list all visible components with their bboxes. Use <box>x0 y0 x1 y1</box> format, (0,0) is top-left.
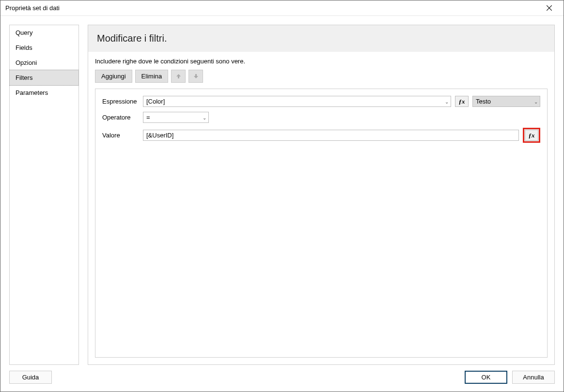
page-title: Modificare i filtri. <box>88 25 554 52</box>
ok-button[interactable]: OK <box>465 371 507 384</box>
instruction-text: Includere righe dove le condizioni segue… <box>95 58 548 65</box>
expression-row: Espressione [Color] ⌄ ƒx Testo ⌄ <box>102 96 540 107</box>
arrow-down-icon <box>193 74 199 79</box>
delete-button[interactable]: Elimina <box>135 70 169 83</box>
main-panel: Modificare i filtri. Includere righe dov… <box>88 25 555 365</box>
expression-value: [Color] <box>146 98 165 105</box>
value-row: Valore [&UserID] ƒx <box>102 128 540 143</box>
filter-definition-box: Espressione [Color] ⌄ ƒx Testo ⌄ <box>95 89 548 358</box>
expression-combo[interactable]: [Color] ⌄ <box>143 96 451 107</box>
sidebar-item-filters[interactable]: Filters <box>9 70 79 86</box>
filter-toolbar: Aggiungi Elimina <box>95 70 548 83</box>
type-value: Testo <box>476 98 491 105</box>
value-label: Valore <box>102 132 139 139</box>
operator-row: Operatore = ⌄ <box>102 112 540 123</box>
arrow-up-icon <box>176 74 181 79</box>
chevron-down-icon: ⌄ <box>203 115 206 120</box>
operator-label: Operatore <box>102 114 139 121</box>
dialog-footer: Guida OK Annulla <box>0 365 564 392</box>
type-combo[interactable]: Testo ⌄ <box>472 96 540 107</box>
move-down-button[interactable] <box>188 70 203 83</box>
dialog-body: Query Fields Opzioni Filters Parameters … <box>0 16 564 365</box>
add-button[interactable]: Aggiungi <box>95 70 132 83</box>
main-body: Includere righe dove le condizioni segue… <box>88 52 554 364</box>
cancel-button[interactable]: Annulla <box>512 371 555 384</box>
close-button[interactable] <box>539 1 559 15</box>
sidebar-item-query[interactable]: Query <box>10 25 78 40</box>
fx-icon: ƒx <box>529 132 535 139</box>
value-fx-button[interactable]: ƒx <box>523 128 540 143</box>
operator-combo[interactable]: = ⌄ <box>143 112 209 123</box>
chevron-down-icon: ⌄ <box>445 99 449 104</box>
expression-fx-button[interactable]: ƒx <box>455 96 469 107</box>
operator-value: = <box>146 114 150 121</box>
move-up-button[interactable] <box>171 70 186 83</box>
sidebar: Query Fields Opzioni Filters Parameters <box>9 25 79 365</box>
chevron-down-icon: ⌄ <box>534 99 538 104</box>
sidebar-item-parameters[interactable]: Parameters <box>10 85 78 100</box>
dialog-window: Proprietà set di dati Query Fields Opzio… <box>0 0 564 392</box>
value-input[interactable]: [&UserID] <box>143 130 519 141</box>
help-button[interactable]: Guida <box>9 371 52 384</box>
window-title: Proprietà set di dati <box>5 4 539 12</box>
expression-label: Espressione <box>102 98 139 105</box>
titlebar: Proprietà set di dati <box>0 0 564 16</box>
value-text: [&UserID] <box>146 132 173 139</box>
sidebar-item-fields[interactable]: Fields <box>10 40 78 55</box>
close-icon <box>547 5 552 11</box>
fx-icon: ƒx <box>459 98 465 106</box>
sidebar-item-opzioni[interactable]: Opzioni <box>10 55 78 70</box>
